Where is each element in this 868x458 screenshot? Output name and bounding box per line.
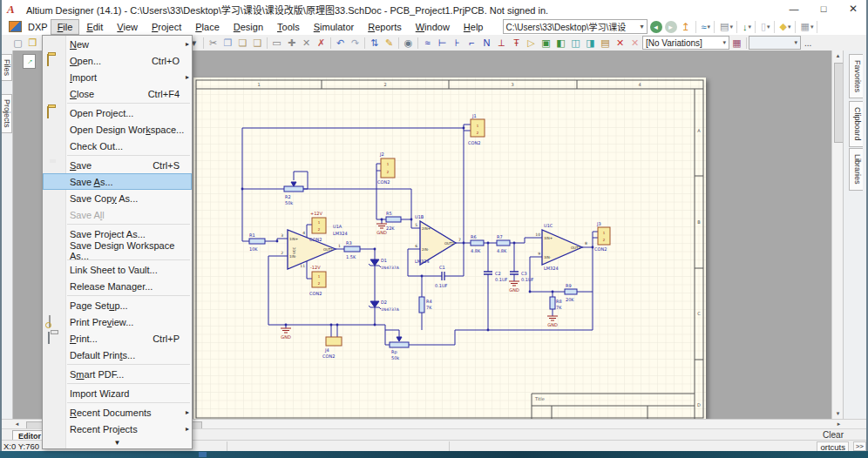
menu-item-save-design-workspace-as[interactable]: Save Design Workspace As... — [43, 242, 192, 259]
place-part-icon[interactable]: ▷ — [524, 36, 539, 50]
altium-logo-icon: A — [7, 3, 21, 16]
forward-button[interactable]: ▸ — [665, 21, 677, 33]
menu-item-recent-documents[interactable]: Recent Documents▸ — [43, 404, 192, 421]
menu-item-open-project[interactable]: Open Project... — [43, 104, 192, 121]
chevron-down-icon[interactable]: ▾ — [640, 23, 643, 30]
place-harness-connector-icon[interactable]: ◨ — [583, 36, 598, 50]
more-button[interactable]: ... — [804, 38, 811, 48]
clear-icon[interactable]: ✗ — [314, 36, 329, 50]
menu-tools[interactable]: Tools — [271, 20, 306, 34]
menu-simulator[interactable]: Simulator — [308, 20, 360, 34]
menu-place[interactable]: Place — [189, 20, 226, 34]
place-sheet-symbol-icon[interactable]: ▣ — [539, 36, 553, 50]
find-similar-icon[interactable]: ◉ — [401, 36, 416, 50]
navigate-icon[interactable]: → — [23, 54, 36, 69]
panel-tab-favorites[interactable]: Favorites — [849, 54, 863, 98]
select-area-icon[interactable]: ▭ — [269, 36, 284, 50]
menu-item-save[interactable]: SaveCtrl+S — [43, 157, 192, 173]
menu-item-save-as[interactable]: Save As... — [43, 173, 192, 190]
place-device-sheet-icon[interactable]: ◫ — [568, 36, 583, 50]
place-wire-icon[interactable]: ≈ — [420, 36, 435, 50]
new-document-icon[interactable]: ▢ — [10, 36, 25, 50]
menu-item-release-manager[interactable]: Release Manager... — [43, 278, 192, 294]
menu-reports[interactable]: Reports — [362, 20, 408, 34]
place-gnd-icon[interactable]: ⟂ — [494, 36, 509, 50]
menu-project[interactable]: Project — [146, 20, 187, 34]
menu-item-new[interactable]: New▸ — [43, 36, 192, 52]
undo-icon[interactable]: ↶ — [333, 36, 348, 50]
updown-hierarchy-icon[interactable]: ⇅ — [367, 36, 382, 50]
maximize-button[interactable]: □ — [809, 0, 838, 18]
panel-tab-clipboard[interactable]: Clipboard — [849, 101, 863, 147]
move-icon[interactable]: ✚ — [284, 36, 299, 50]
scroll-right-icon[interactable]: ▸ — [834, 420, 844, 428]
close-button[interactable]: ✕ — [838, 0, 868, 18]
menu-view[interactable]: View — [111, 20, 144, 34]
place-bus-icon[interactable]: ⊢ — [435, 36, 450, 50]
cut-icon[interactable]: ✂ — [206, 36, 220, 50]
back-button[interactable]: ◂ — [650, 21, 662, 33]
place-netlabel-icon[interactable]: N — [479, 36, 494, 50]
taskbar-app-icon[interactable] — [199, 452, 207, 457]
menu-item-page-setup[interactable]: Page Setup... — [43, 297, 192, 313]
variant-manager-icon[interactable]: ▦ — [729, 36, 744, 50]
menu-window[interactable]: Window — [410, 20, 456, 34]
menu-item-save-all[interactable]: Save All — [43, 206, 192, 223]
annotate-icon[interactable]: ✎ — [382, 36, 397, 50]
menu-item-link-sheet-to-vault[interactable]: Link Sheet to Vault... — [43, 261, 192, 278]
grid-icon[interactable]: ▦▾ — [801, 21, 814, 32]
wire-mode-icon[interactable]: ≈▾ — [702, 22, 711, 32]
menu-item-default-prints[interactable]: Default Prints... — [43, 347, 192, 363]
open-document-icon[interactable]: ❒ — [25, 36, 40, 50]
place-sheet-entry-icon[interactable]: ◧ — [553, 36, 568, 50]
down-arrow-icon[interactable]: ↓▾ — [743, 22, 751, 32]
print-tool-icon[interactable]: ▤▾ — [720, 21, 733, 32]
dxp-label[interactable]: DXP — [26, 20, 50, 34]
menu-item-recent-projects[interactable]: Recent Projects▸ — [43, 421, 192, 437]
menu-edit[interactable]: Edit — [80, 20, 109, 34]
menu-item-print[interactable]: Print...Ctrl+P — [43, 330, 192, 347]
menu-item-print-preview[interactable]: Print Preview... — [43, 313, 192, 330]
variations-combo[interactable]: [No Variations] ▾ — [642, 36, 729, 50]
chevron-down-icon[interactable]: ▾ — [717, 39, 726, 46]
panel-tab-projects[interactable]: Projects — [1, 94, 12, 133]
menu-item-open-design-workspace[interactable]: Open Design Workspace... — [43, 121, 192, 138]
chevron-down-icon[interactable]: ▾ — [789, 39, 797, 46]
menu-item-close[interactable]: CloseCtrl+F4 — [43, 85, 192, 102]
panel-tab-files[interactable]: Files — [1, 54, 12, 81]
place-harness-icon[interactable]: ⊦ — [450, 36, 465, 50]
scroll-left-icon[interactable]: ◂ — [12, 420, 22, 428]
marker-icon[interactable]: ◆▾ — [780, 21, 791, 32]
path-combo[interactable]: C:\Users\33\Desktop\学习\课设 ▾ — [503, 19, 648, 34]
paste-icon[interactable]: ❏ — [235, 36, 250, 50]
minimize-button[interactable]: — — [779, 0, 809, 18]
menu-design[interactable]: Design — [227, 20, 269, 34]
probe-icon[interactable]: ▯▾ — [761, 21, 770, 32]
menu-file[interactable]: File — [51, 20, 79, 34]
vertical-scrollbar[interactable]: ▴ ▾ — [831, 51, 844, 419]
schematic-sheet[interactable]: 1234ABCDTitleU1ALM324U1BLM324U1CLM324R11… — [193, 77, 706, 419]
clear-button[interactable]: Clear — [823, 430, 844, 440]
overflow-button[interactable]: >> — [853, 441, 866, 451]
redo-icon[interactable]: ↷ — [348, 36, 363, 50]
place-polyline-icon[interactable]: ⌐ — [465, 36, 479, 50]
panel-tab-libraries[interactable]: Libraries — [849, 148, 863, 191]
menu-item-smart-pdf[interactable]: Smart PDF... — [43, 366, 192, 382]
place-vcc-icon[interactable]: Ŧ — [509, 36, 524, 50]
cross-select-icon[interactable]: ✕ — [299, 36, 314, 50]
menu-item-check-out[interactable]: Check Out... — [43, 138, 192, 154]
dxp-menu[interactable]: DXP — [9, 20, 51, 34]
paste-array-icon[interactable]: ❑ — [250, 36, 265, 50]
menu-item-open[interactable]: Open...Ctrl+O — [43, 52, 192, 69]
no-erc2-icon[interactable]: ✕ — [627, 36, 642, 50]
document-combo[interactable]: ▾ — [749, 36, 801, 50]
no-erc-icon[interactable]: ✕ — [613, 36, 627, 50]
menu-help[interactable]: Help — [458, 20, 490, 34]
menu-item-save-copy-as[interactable]: Save Copy As... — [43, 190, 192, 206]
copy-icon[interactable]: ❐ — [220, 36, 235, 50]
place-port-icon[interactable]: ▤ — [598, 36, 613, 50]
menu-item-import[interactable]: Import▸ — [43, 69, 192, 85]
menu-item-import-wizard[interactable]: Import Wizard — [43, 385, 192, 401]
menu-scroll-more[interactable]: ▼ — [43, 437, 192, 448]
up-button[interactable]: ↥ — [680, 21, 692, 33]
